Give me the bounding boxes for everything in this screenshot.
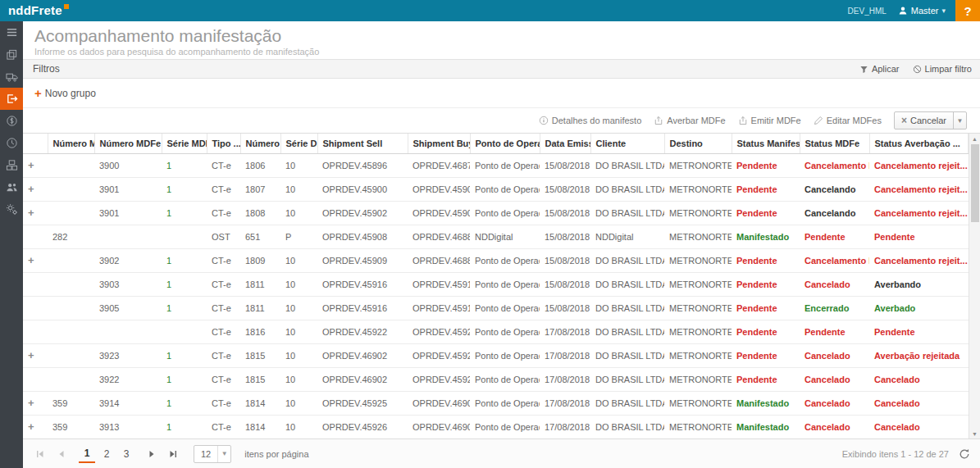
cell-mdfe: 3922 <box>94 367 162 391</box>
col-header-destino[interactable]: Destino <box>664 134 732 153</box>
table-row[interactable]: +39011CT-e180710OPRDEV.45900OPRDEV.45901… <box>23 177 969 201</box>
app-logo[interactable]: nddFrete <box>0 1 77 20</box>
col-header-numero[interactable]: Número ... <box>240 134 280 153</box>
table-row[interactable]: CT-e181610OPRDEV.45922OPRDEV.45920Ponto … <box>23 320 969 343</box>
scroll-up-icon[interactable]: ▲ <box>969 134 980 143</box>
first-page-button[interactable] <box>33 447 48 461</box>
col-header-tipo[interactable]: Tipo ... <box>207 134 240 153</box>
help-button[interactable]: ? <box>955 0 980 21</box>
last-page-button[interactable] <box>166 447 180 461</box>
status-st_averbacao: Pendente <box>869 225 969 248</box>
menu-toggle[interactable] <box>0 21 23 43</box>
col-header-ponto[interactable]: Ponto de Operação <box>470 134 540 153</box>
info-icon <box>539 116 549 125</box>
cell-expand <box>23 225 48 248</box>
sidebar-item-cadastros[interactable] <box>0 43 23 66</box>
cell-buy: OPRDEV.46877 <box>408 153 470 177</box>
table-row[interactable]: 39031CT-e181110OPRDEV.45916OPRDEV.45914P… <box>23 272 969 296</box>
sidebar-item-usuarios[interactable] <box>0 176 23 198</box>
editar-mdfes-button[interactable]: Editar MDFes <box>814 116 882 125</box>
apply-filter-button[interactable]: Aplicar <box>859 64 900 74</box>
expand-row-button[interactable]: + <box>28 397 34 409</box>
cell-buy: OPRDEV.45914 <box>408 296 470 320</box>
cell-manifesto <box>48 272 94 296</box>
table-row[interactable]: +39231CT-e181510OPRDEV.46902OPRDEV.45923… <box>23 343 969 367</box>
sidebar-item-agendamento[interactable] <box>0 132 23 154</box>
page-number-3[interactable]: 3 <box>118 445 134 463</box>
expand-row-button[interactable]: + <box>28 207 34 219</box>
col-header-serie_mdfe[interactable]: Série MDFe <box>162 134 207 153</box>
cell-serie_d: 10 <box>280 153 317 177</box>
expand-row-button[interactable]: + <box>28 420 34 433</box>
status-st_manifesto: Pendente <box>732 367 800 391</box>
col-header-data[interactable]: Data Emissã... <box>540 134 590 153</box>
details-manifest-button[interactable]: Detalhes do manifesto <box>539 116 641 125</box>
col-header-buy[interactable]: Shipment Buy <box>408 134 470 153</box>
per-page-label: itens por página <box>244 449 308 459</box>
table-row[interactable]: +35939141CT-e181410OPRDEV.45925OPRDEV.46… <box>23 391 969 415</box>
sidebar-item-manifestacao[interactable] <box>0 88 23 110</box>
col-header-manifesto[interactable]: Número Mani... <box>48 134 94 153</box>
status-st_mdfe: Cancelado <box>800 415 869 438</box>
cell-numero: 1807 <box>240 177 280 201</box>
table-row[interactable]: 39051CT-e181110OPRDEV.45916OPRDEV.45914P… <box>23 296 969 320</box>
expand-row-button[interactable]: + <box>28 159 34 171</box>
table-row[interactable]: +39011CT-e180810OPRDEV.45902OPRDEV.45901… <box>23 201 969 225</box>
col-header-st_manifesto[interactable]: Status Manifesto <box>732 134 800 153</box>
new-group-label: Novo grupo <box>45 88 96 99</box>
col-header-mdfe[interactable]: Número MDFe <box>94 134 162 153</box>
cell-cliente: DO BRASIL LTDA-GU... <box>590 272 664 296</box>
sidebar-item-configuracoes[interactable] <box>0 198 23 220</box>
table-row[interactable]: 39221CT-e181510OPRDEV.46902OPRDEV.45923P… <box>23 367 969 391</box>
col-header-cliente[interactable]: Cliente <box>590 134 664 153</box>
cell-cliente: DO BRASIL LTDA-GU... <box>590 177 664 201</box>
new-group-button[interactable]: + Novo grupo <box>34 88 96 99</box>
vertical-scrollbar[interactable]: ▲ ▼ <box>969 134 980 438</box>
cell-sell: OPRDEV.45908 <box>317 225 408 248</box>
status-st_mdfe: Cancelando <box>800 177 869 201</box>
next-page-button[interactable] <box>144 447 159 461</box>
cell-serie_d: 10 <box>280 272 317 296</box>
sidebar-item-financeiro[interactable] <box>0 110 23 132</box>
clear-filter-button[interactable]: Limpar filtro <box>913 64 972 74</box>
cell-mdfe <box>94 320 162 343</box>
cell-buy: OPRDEV.45901 <box>408 201 470 225</box>
expand-row-button[interactable]: + <box>28 349 34 361</box>
cell-serie_d: 10 <box>280 201 317 225</box>
filters-title: Filtros <box>33 63 60 75</box>
table-row[interactable]: +39001CT-e180610OPRDEV.45896OPRDEV.46877… <box>23 153 969 177</box>
emitir-mdfe-button[interactable]: Emitir MDFe <box>738 116 801 125</box>
cell-manifesto <box>48 153 94 177</box>
items-summary: Exibindo itens 1 - 12 de 27 <box>842 449 949 459</box>
page-number-2[interactable]: 2 <box>98 445 115 463</box>
averbar-mdfe-button[interactable]: Averbar MDFe <box>654 116 725 125</box>
expand-row-button[interactable]: + <box>28 254 34 266</box>
cell-expand: + <box>23 248 48 272</box>
page-number-1[interactable]: 1 <box>79 445 95 463</box>
truck-icon <box>6 70 18 83</box>
cancelar-button[interactable]: × Cancelar <box>895 112 953 129</box>
sidebar-item-estoque[interactable] <box>0 154 23 176</box>
cancelar-dropdown-button[interactable]: ▼ <box>953 112 966 129</box>
cell-tipo: CT-e <box>207 177 240 201</box>
sidebar-item-transporte[interactable] <box>0 66 23 88</box>
page-size-select[interactable]: 12 ▼ <box>194 445 231 463</box>
col-header-sell[interactable]: Shipment Sell <box>317 134 408 153</box>
table-row[interactable]: +35939131CT-e181410OPRDEV.45926OPRDEV.46… <box>23 415 969 438</box>
scrollbar-thumb[interactable] <box>971 144 979 222</box>
col-header-serie_d[interactable]: Série D... <box>280 134 317 153</box>
cell-expand: + <box>23 391 48 415</box>
col-header-st_averbacao[interactable]: Status Averbação ... <box>869 134 969 153</box>
prev-page-button[interactable] <box>54 447 69 461</box>
status-st_mdfe: Cancelamento Rej... <box>800 248 869 272</box>
refresh-button[interactable] <box>959 448 970 460</box>
col-header-st_mdfe[interactable]: Status MDFe <box>800 134 869 153</box>
user-menu[interactable]: Master ▾ <box>898 6 946 16</box>
expand-row-button[interactable]: + <box>28 183 34 195</box>
cell-expand: + <box>23 153 48 177</box>
cell-data: 15/08/2018 1... <box>540 153 590 177</box>
scroll-down-icon[interactable]: ▼ <box>969 429 980 438</box>
table-row[interactable]: 282OST651POPRDEV.45908OPRDEV.46884NDDigi… <box>23 225 969 248</box>
page-subtitle: Informe os dados para pesquisa do acompa… <box>34 47 980 57</box>
table-row[interactable]: +39021CT-e180910OPRDEV.45909OPRDEV.46886… <box>23 248 969 272</box>
